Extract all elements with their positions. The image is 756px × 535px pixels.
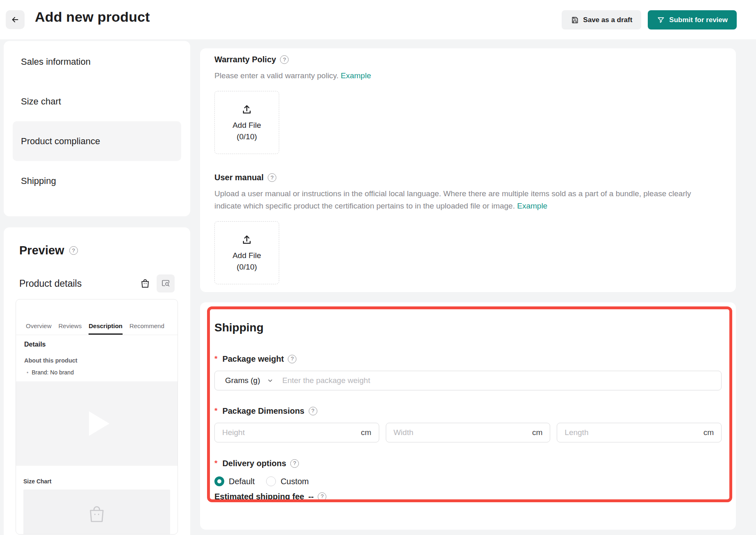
estimated-shipping-fee-row: Estimated shipping fee -- ? (214, 492, 722, 501)
preview-title: Preview (19, 244, 64, 257)
required-marker: * (214, 458, 217, 468)
warranty-example-link[interactable]: Example (341, 71, 371, 80)
delivery-option-default[interactable]: Default (214, 476, 255, 486)
required-marker: * (214, 354, 217, 364)
user-manual-add-file-button[interactable]: Add File (0/10) (214, 221, 279, 284)
package-weight-help-icon[interactable]: ? (288, 355, 296, 363)
delivery-options-group: Default Custom (214, 476, 722, 486)
save-draft-button[interactable]: Save as a draft (562, 10, 641, 29)
preview-size-chart-label: Size Chart (23, 478, 178, 485)
delivery-custom-label: Custom (280, 477, 309, 486)
delivery-options-label-row: * Delivery options ? (214, 458, 722, 468)
delivery-options-help-icon[interactable]: ? (290, 459, 299, 468)
play-icon (89, 411, 109, 436)
page-header: Add new product Save as a draft Submit f… (0, 0, 756, 39)
user-manual-title: User manual (214, 173, 264, 182)
preview-size-chart-placeholder (23, 490, 170, 535)
warranty-add-file-button[interactable]: Add File (0/10) (214, 91, 279, 154)
warranty-add-file-label: Add File (232, 121, 261, 130)
product-preview-panel: Overview Reviews Description Recommend D… (16, 299, 178, 535)
radio-selected-icon (214, 476, 224, 486)
length-input[interactable] (565, 428, 700, 437)
user-manual-description: Upload a user manual or instructions in … (214, 188, 720, 212)
upload-icon (241, 234, 253, 246)
width-unit: cm (532, 428, 542, 437)
height-field: cm (214, 423, 379, 442)
sidebar-item-size-chart[interactable]: Size chart (13, 82, 181, 121)
tab-reviews[interactable]: Reviews (59, 322, 82, 335)
preview-help-icon[interactable]: ? (69, 246, 78, 255)
package-weight-field: Grams (g) (214, 371, 722, 390)
estimated-fee-help-icon[interactable]: ? (318, 492, 326, 501)
tab-overview[interactable]: Overview (26, 322, 52, 335)
document-search-icon (161, 279, 171, 288)
delivery-options-label: Delivery options (222, 458, 286, 468)
warranty-help-icon[interactable]: ? (280, 55, 289, 64)
package-dimensions-help-icon[interactable]: ? (309, 407, 317, 415)
upload-icon (241, 104, 253, 116)
delivery-option-custom[interactable]: Custom (266, 476, 309, 486)
preview-video-placeholder[interactable] (16, 381, 178, 466)
required-marker: * (214, 406, 217, 416)
preview-inspect-button[interactable] (157, 274, 175, 292)
submit-review-button[interactable]: Submit for review (648, 10, 737, 29)
package-dimensions-fields: cm cm cm (214, 423, 722, 442)
shipping-card: Shipping * Package weight ? Grams (g) * … (200, 302, 736, 530)
warranty-file-count: (0/10) (237, 132, 257, 141)
width-input[interactable] (394, 428, 529, 437)
preview-about-heading: About this product (24, 357, 178, 364)
chevron-down-icon (267, 377, 273, 384)
delivery-default-label: Default (229, 477, 255, 486)
radio-unselected-icon (266, 476, 276, 486)
preview-details-heading: Details (24, 341, 178, 348)
preview-card: Preview ? Product details Overview Revie… (4, 227, 190, 535)
page-title: Add new product (35, 9, 150, 25)
package-weight-label: Package weight (222, 354, 284, 364)
product-compliance-card: Warranty Policy ? Please enter a valid w… (200, 48, 736, 292)
sidebar-item-product-compliance[interactable]: Product compliance (13, 121, 181, 161)
funnel-icon (657, 16, 665, 24)
save-icon (571, 16, 579, 24)
package-weight-input[interactable] (282, 376, 713, 385)
sidebar-item-sales-information[interactable]: Sales information (13, 42, 181, 82)
header-actions: Save as a draft Submit for review (562, 10, 737, 29)
section-nav-card: Sales information Size chart Product com… (4, 41, 190, 216)
arrow-left-icon (11, 15, 20, 24)
warranty-description: Please enter a valid warranty policy. Ex… (214, 70, 720, 82)
back-button[interactable] (6, 10, 25, 29)
bullet-glyph: • (27, 370, 28, 376)
weight-unit-value: Grams (g) (225, 376, 260, 385)
user-manual-example-link[interactable]: Example (517, 202, 547, 210)
height-unit: cm (361, 428, 371, 437)
height-input[interactable] (222, 428, 358, 437)
submit-review-label: Submit for review (669, 16, 728, 24)
user-manual-file-count: (0/10) (237, 263, 257, 272)
estimated-fee-label: Estimated shipping fee (214, 492, 304, 501)
save-draft-label: Save as a draft (583, 16, 632, 24)
shopping-bag-icon[interactable] (139, 278, 151, 289)
warranty-policy-title: Warranty Policy (214, 55, 276, 64)
length-field: cm (557, 423, 722, 442)
shipping-section-title: Shipping (214, 320, 722, 335)
preview-brand-line: •Brand: No brand (27, 369, 178, 376)
length-unit: cm (704, 428, 714, 437)
user-manual-help-icon[interactable]: ? (268, 173, 276, 182)
tab-recommend[interactable]: Recommend (130, 322, 164, 335)
user-manual-add-file-label: Add File (232, 251, 261, 260)
package-weight-label-row: * Package weight ? (214, 354, 722, 364)
package-dimensions-label: Package Dimensions (222, 406, 304, 416)
weight-unit-select[interactable]: Grams (g) (225, 376, 273, 385)
estimated-fee-value: -- (308, 492, 314, 501)
preview-tabs: Overview Reviews Description Recommend (16, 322, 178, 335)
product-details-label: Product details (19, 278, 82, 289)
shopping-bag-placeholder-icon (86, 503, 108, 525)
tab-description[interactable]: Description (89, 322, 123, 335)
package-dimensions-label-row: * Package Dimensions ? (214, 406, 722, 416)
attention-highlight-border (207, 306, 732, 502)
width-field: cm (386, 423, 551, 442)
sidebar-item-shipping[interactable]: Shipping (13, 161, 181, 201)
